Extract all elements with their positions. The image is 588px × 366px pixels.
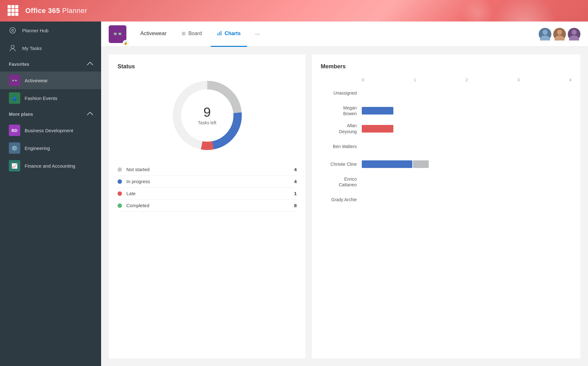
board-tab-icon: ⊞ <box>182 31 186 36</box>
more-options-button[interactable]: ··· <box>251 28 264 40</box>
in-progress-dot <box>118 179 122 184</box>
bar-track-unassigned <box>362 89 572 97</box>
bar-fill-christie-blue <box>362 160 412 168</box>
engineering-label: Engineering <box>25 146 50 151</box>
completed-label: Completed <box>126 203 149 208</box>
bar-track-megan <box>362 107 572 115</box>
toolbar: 👓 🔒 Activewear ⊞ Board Charts <box>101 22 588 47</box>
avatar-2[interactable] <box>553 28 566 40</box>
waffle-icon[interactable] <box>8 5 19 16</box>
more-plans-collapse-icon[interactable] <box>87 112 93 118</box>
svg-point-2 <box>11 45 14 48</box>
in-progress-count: 4 <box>294 179 297 184</box>
planner-hub-icon <box>9 27 16 34</box>
axis-0: 0 <box>362 78 364 82</box>
tab-charts[interactable]: Charts <box>211 22 247 47</box>
bar-label-christie: Christie Cline <box>321 161 362 167</box>
bar-label-allan: AllanDeyoung <box>321 123 362 134</box>
status-chart-title: Status <box>118 63 297 70</box>
bar-label-ben: Ben Walters <box>321 144 362 149</box>
tasks-left-label: Tasks left <box>198 120 216 125</box>
svg-point-9 <box>555 35 565 40</box>
bar-row-enrico: EnricoCattaneo <box>321 176 572 188</box>
bar-track-enrico <box>362 178 572 186</box>
bar-fill-christie-gray <box>413 160 429 168</box>
status-legend: Not started 4 In progress 4 Late 1 <box>118 164 297 212</box>
app-title: Office 365 Planner <box>25 7 87 15</box>
fashion-events-plan-icon: 👗 <box>9 92 20 104</box>
bar-row-unassigned: Unassigned <box>321 87 572 99</box>
activewear-label: Activewear <box>25 78 48 83</box>
sidebar-item-engineering[interactable]: ⚙️ Engineering <box>0 139 101 157</box>
bar-fill-allan-red <box>362 125 393 133</box>
svg-rect-5 <box>221 31 221 35</box>
favorites-collapse-icon[interactable] <box>87 62 93 68</box>
tab-board[interactable]: ⊞ Board <box>175 22 208 47</box>
bar-track-grady <box>362 196 572 203</box>
activewear-plan-icon: 👓 <box>9 75 20 86</box>
bar-row-allan: AllanDeyoung <box>321 123 572 134</box>
fashion-events-label: Fashion Events <box>25 96 57 101</box>
app-header: Office 365 Planner <box>0 0 588 22</box>
completed-count: 8 <box>294 203 297 208</box>
svg-rect-3 <box>217 33 218 35</box>
sidebar-item-business-development[interactable]: BD Business Development <box>0 121 101 139</box>
axis-1: 1 <box>414 78 416 82</box>
svg-point-1 <box>12 29 14 31</box>
my-tasks-icon <box>9 44 16 52</box>
sidebar-item-my-tasks[interactable]: My Tasks <box>0 39 101 57</box>
axis-4: 4 <box>569 78 572 82</box>
charts-area: Status <box>101 47 588 366</box>
bar-track-christie <box>362 160 572 168</box>
not-started-dot <box>118 167 122 172</box>
donut-chart-container: 9 Tasks left <box>118 78 297 153</box>
late-label: Late <box>126 191 136 196</box>
legend-item-not-started: Not started 4 <box>118 164 297 176</box>
bar-track-ben <box>362 143 572 150</box>
sidebar-item-activewear[interactable]: 👓 Activewear <box>0 71 101 89</box>
bar-label-grady: Grady Archie <box>321 197 362 202</box>
content-area: 👓 🔒 Activewear ⊞ Board Charts <box>101 22 588 366</box>
bar-row-christie: Christie Cline <box>321 158 572 170</box>
sidebar-item-finance-accounting[interactable]: 📈 Finance and Accounting <box>0 157 101 175</box>
svg-point-0 <box>10 28 15 33</box>
bar-row-megan: MeganBowen <box>321 105 572 116</box>
bar-chart-axis: 0 1 2 3 4 <box>321 78 572 82</box>
members-chart-panel: Members 0 1 2 3 4 Unassigned <box>312 54 580 358</box>
legend-item-late: Late 1 <box>118 188 297 200</box>
status-chart-panel: Status <box>109 54 306 358</box>
sidebar: Planner Hub My Tasks Favorites 👓 Activew… <box>0 22 101 366</box>
bar-row-grady: Grady Archie <box>321 194 572 205</box>
members-bar-chart: 0 1 2 3 4 Unassigned MeganBowen <box>321 78 572 205</box>
svg-point-11 <box>569 35 579 40</box>
sidebar-item-planner-hub[interactable]: Planner Hub <box>0 22 101 39</box>
members-chart-title: Members <box>321 63 572 70</box>
finance-label: Finance and Accounting <box>25 163 75 169</box>
avatar-1[interactable] <box>539 28 551 40</box>
business-dev-label: Business Development <box>25 128 73 133</box>
axis-3: 3 <box>518 78 520 82</box>
plan-logo: 👓 🔒 <box>109 25 126 43</box>
more-plans-section-header: More plans <box>0 107 101 121</box>
member-avatars <box>539 28 580 40</box>
tasks-left-number: 9 <box>203 106 211 119</box>
engineering-plan-icon: ⚙️ <box>9 142 20 154</box>
svg-rect-4 <box>219 32 220 35</box>
donut-center-text: 9 Tasks left <box>198 106 216 125</box>
avatar-3[interactable] <box>568 28 580 40</box>
completed-dot <box>118 203 122 208</box>
axis-2: 2 <box>465 78 468 82</box>
legend-item-completed: Completed 8 <box>118 200 297 212</box>
legend-item-in-progress: In progress 4 <box>118 176 297 188</box>
sidebar-item-fashion-events[interactable]: 👗 Fashion Events <box>0 89 101 107</box>
bar-fill-megan-blue <box>362 107 393 115</box>
charts-tab-icon <box>217 31 222 37</box>
late-count: 1 <box>294 191 297 196</box>
svg-point-7 <box>540 35 550 40</box>
bar-label-megan: MeganBowen <box>321 105 362 116</box>
business-dev-plan-icon: BD <box>9 125 20 136</box>
finance-plan-icon: 📈 <box>9 160 20 171</box>
bar-row-ben: Ben Walters <box>321 141 572 152</box>
svg-point-8 <box>557 30 562 35</box>
svg-point-6 <box>543 30 548 35</box>
